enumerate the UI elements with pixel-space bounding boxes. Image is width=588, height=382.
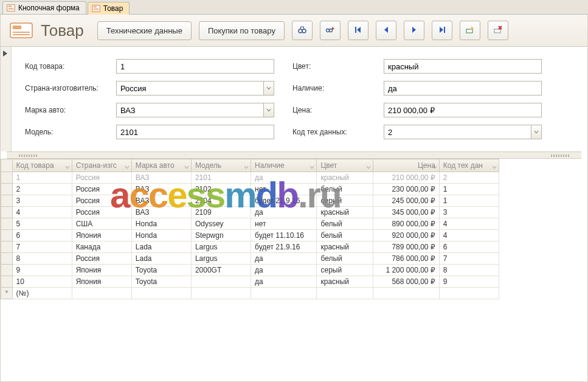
col-country[interactable]: Страна-изгс xyxy=(72,159,131,172)
cell-tech[interactable]: 9 xyxy=(439,276,499,288)
cell-code[interactable]: 8 xyxy=(12,253,72,265)
price-field[interactable] xyxy=(384,103,542,117)
cell-avail[interactable]: нет xyxy=(251,218,317,230)
table-row[interactable]: 6ЯпонияHondaStepwgnбудет 11.10.16белый92… xyxy=(1,230,499,241)
table-row[interactable]: 2РоссияВАЗ2102нетбелый230 000,00 ₽1 xyxy=(1,184,499,195)
cell-avail[interactable]: будет 11.10.16 xyxy=(251,230,317,241)
cell-price[interactable]: 786 000,00 ₽ xyxy=(373,253,439,265)
cell-tech[interactable]: 6 xyxy=(439,241,499,253)
cell-avail[interactable]: будет 21.9.16 xyxy=(251,195,317,207)
cell-brand[interactable]: Honda xyxy=(131,218,191,230)
row-selector[interactable] xyxy=(1,207,13,218)
cell-country[interactable]: Япония xyxy=(72,276,131,288)
cell-model[interactable]: 2000GT xyxy=(191,265,251,276)
cell-model[interactable]: Odyssey xyxy=(191,218,251,230)
find-next-button[interactable] xyxy=(320,21,341,40)
cell-color[interactable]: красный xyxy=(317,172,373,184)
cell-tech[interactable]: 4 xyxy=(439,218,499,230)
cell-code[interactable]: 1 xyxy=(12,172,72,184)
cell-country[interactable]: Япония xyxy=(72,230,131,241)
cell-country[interactable]: Россия xyxy=(72,184,131,195)
cell-brand[interactable]: Lada xyxy=(131,241,191,253)
cell-model[interactable]: 2101 xyxy=(191,172,251,184)
row-selector[interactable] xyxy=(1,218,13,230)
cell-brand[interactable]: Toyota xyxy=(131,276,191,288)
new-record-button[interactable] xyxy=(460,21,480,40)
cell-brand[interactable]: ВАЗ xyxy=(131,172,191,184)
cell-code[interactable]: 3 xyxy=(12,195,72,207)
cell-color[interactable]: белый xyxy=(317,218,373,230)
country-dropdown[interactable] xyxy=(263,81,274,96)
col-code[interactable]: Код товара xyxy=(12,159,72,172)
cell-price[interactable]: 230 000,00 ₽ xyxy=(373,184,439,195)
cell-brand[interactable]: Lada xyxy=(131,253,191,265)
cell-avail[interactable]: да xyxy=(251,265,317,276)
cell-avail[interactable]: да xyxy=(251,207,317,218)
last-record-button[interactable] xyxy=(432,21,452,40)
col-color[interactable]: Цвет xyxy=(317,159,373,172)
splitter[interactable] xyxy=(7,151,581,159)
cell-country[interactable]: Россия xyxy=(72,253,131,265)
table-row[interactable]: 5СШАHondaOdysseyнетбелый890 000,00 ₽4 xyxy=(1,218,499,230)
cell-code[interactable]: 10 xyxy=(12,276,72,288)
row-selector[interactable] xyxy=(1,276,13,288)
cell-tech[interactable]: 2 xyxy=(439,172,499,184)
cell-code[interactable]: 4 xyxy=(12,207,72,218)
cell-color[interactable]: белый xyxy=(317,253,373,265)
table-row[interactable]: 4РоссияВАЗ2109дакрасный345 000,00 ₽3 xyxy=(1,207,499,218)
cell-color[interactable]: красный xyxy=(317,207,373,218)
cell-tech[interactable]: 4 xyxy=(439,230,499,241)
cell-color[interactable]: белый xyxy=(317,184,373,195)
cell-color[interactable]: серый xyxy=(317,265,373,276)
table-row[interactable]: 1РоссияВАЗ2101дакрасный210 000,00 ₽2 xyxy=(1,172,499,184)
col-tech[interactable]: Код тех дан xyxy=(439,159,499,172)
cell-price[interactable]: 210 000,00 ₽ xyxy=(373,172,439,184)
cell-brand[interactable]: ВАЗ xyxy=(131,195,191,207)
tab-button-form[interactable]: Кнопочная форма xyxy=(2,1,86,14)
col-price[interactable]: Цена xyxy=(373,159,439,172)
tab-product[interactable]: Товар xyxy=(88,2,130,15)
cell-code[interactable]: 9 xyxy=(12,265,72,276)
cell-brand[interactable]: Honda xyxy=(131,230,191,241)
cell-country[interactable]: Россия xyxy=(72,172,131,184)
table-row[interactable]: 10ЯпонияToyotaдакрасный568 000,00 ₽9 xyxy=(1,276,499,288)
cell-code[interactable]: (№) xyxy=(12,288,72,299)
table-row[interactable]: 3РоссияВАЗ2104будет 21.9.16серый245 000,… xyxy=(1,195,499,207)
cell-tech[interactable]: 1 xyxy=(439,184,499,195)
availability-field[interactable] xyxy=(384,81,542,96)
cell-tech[interactable]: 1 xyxy=(439,195,499,207)
record-selector[interactable] xyxy=(1,47,12,151)
row-selector[interactable] xyxy=(1,253,13,265)
delete-record-button[interactable] xyxy=(488,21,508,40)
code-field[interactable] xyxy=(116,59,274,74)
prev-record-button[interactable] xyxy=(376,21,396,40)
next-record-button[interactable] xyxy=(404,21,424,40)
cell-brand[interactable]: ВАЗ xyxy=(131,207,191,218)
table-row[interactable]: 9ЯпонияToyota2000GTдасерый1 200 000,00 ₽… xyxy=(1,265,499,276)
cell-avail[interactable]: да xyxy=(251,276,317,288)
cell-country[interactable]: Канада xyxy=(72,241,131,253)
table-row[interactable]: 7КанадаLadaLargusбудет 21.9.16красный789… xyxy=(1,241,499,253)
find-button[interactable] xyxy=(292,21,313,40)
cell-tech[interactable]: 7 xyxy=(439,253,499,265)
cell-price[interactable]: 890 000,00 ₽ xyxy=(373,218,439,230)
tech-data-button[interactable]: Технические данные xyxy=(97,21,192,40)
cell-country[interactable]: США xyxy=(72,218,131,230)
cell-price[interactable]: 568 000,00 ₽ xyxy=(373,276,439,288)
cell-brand[interactable]: ВАЗ xyxy=(131,184,191,195)
purchases-button[interactable]: Покупки по товару xyxy=(199,21,285,40)
cell-price[interactable]: 345 000,00 ₽ xyxy=(373,207,439,218)
col-brand[interactable]: Марка авто xyxy=(131,159,191,172)
row-selector[interactable] xyxy=(1,265,13,276)
row-selector[interactable] xyxy=(1,230,13,241)
cell-tech[interactable]: 3 xyxy=(439,207,499,218)
cell-model[interactable] xyxy=(191,276,251,288)
cell-code[interactable]: 5 xyxy=(12,218,72,230)
cell-color[interactable]: красный xyxy=(317,241,373,253)
first-record-button[interactable] xyxy=(348,21,368,40)
cell-color[interactable]: белый xyxy=(317,230,373,241)
cell-avail[interactable]: да xyxy=(251,253,317,265)
cell-model[interactable]: 2109 xyxy=(191,207,251,218)
cell-code[interactable]: 6 xyxy=(12,230,72,241)
cell-country[interactable]: Россия xyxy=(72,207,131,218)
